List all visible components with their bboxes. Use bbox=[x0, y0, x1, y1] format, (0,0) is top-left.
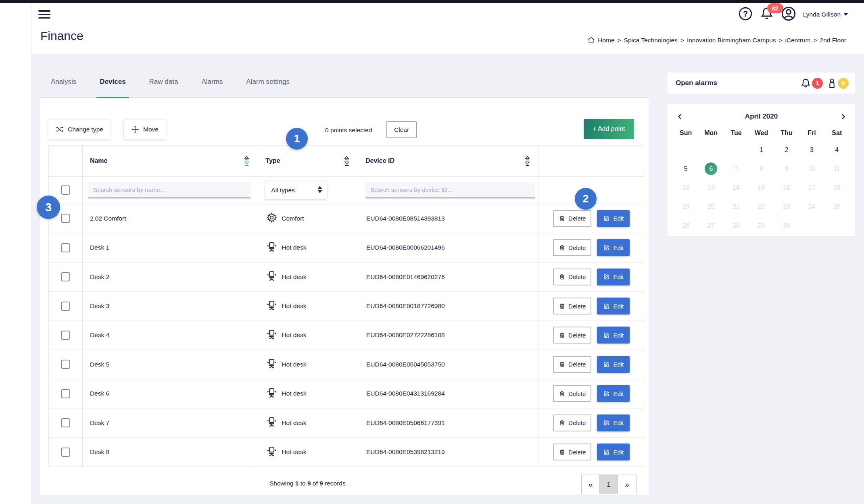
tab-bar: AnalysisDevicesRaw dataAlarmsAlarm setti… bbox=[48, 77, 310, 98]
row-checkbox[interactable] bbox=[61, 331, 70, 340]
row-checkbox[interactable] bbox=[61, 448, 70, 457]
calendar-grid: SunMonTueWedThuFriSat1234567891011121314… bbox=[673, 126, 849, 235]
edit-button[interactable]: Edit bbox=[597, 210, 630, 227]
device-type: Hot desk bbox=[282, 390, 306, 397]
row-checkbox[interactable] bbox=[61, 272, 70, 281]
user-menu[interactable]: Lynda Gillson bbox=[803, 11, 848, 18]
select-all-checkbox[interactable] bbox=[61, 185, 70, 195]
hot-desk-icon bbox=[266, 271, 277, 283]
table-row: Desk 5 Hot desk EUD64-0080E05045053750 D… bbox=[49, 350, 644, 379]
row-checkbox[interactable] bbox=[61, 243, 70, 252]
search-device-id-input[interactable] bbox=[365, 182, 535, 198]
breadcrumb-item[interactable]: Innovation Birmingham Campus bbox=[687, 37, 776, 44]
calendar-day: 12 bbox=[673, 178, 698, 197]
row-checkbox[interactable] bbox=[61, 302, 70, 311]
change-type-button[interactable]: Change type bbox=[48, 120, 111, 139]
calendar-day[interactable]: 4 bbox=[824, 140, 849, 159]
annotation-circle-2: 2 bbox=[575, 188, 597, 210]
sort-toggle[interactable] bbox=[244, 156, 250, 167]
calendar-next-icon[interactable] bbox=[839, 112, 847, 121]
tab-devices[interactable]: Devices bbox=[96, 77, 129, 98]
breadcrumb-item[interactable]: iCentrum bbox=[785, 37, 811, 44]
calendar-day: 25 bbox=[824, 197, 849, 216]
hot-desk-icon bbox=[266, 387, 277, 398]
delete-button[interactable]: Delete bbox=[553, 385, 591, 402]
edit-button[interactable]: Edit bbox=[597, 414, 630, 431]
edit-button[interactable]: Edit bbox=[597, 239, 630, 256]
edit-button[interactable]: Edit bbox=[597, 298, 630, 314]
device-name: Desk 6 bbox=[90, 390, 109, 397]
device-name: 2.02 Comfort bbox=[90, 215, 126, 222]
calendar-day: 19 bbox=[673, 197, 698, 216]
calendar-day[interactable]: 1 bbox=[749, 140, 774, 159]
table-row: Desk 4 Hot desk EUD64-0080E02722286108 D… bbox=[49, 321, 644, 350]
edit-button[interactable]: Edit bbox=[597, 269, 630, 285]
calendar-day[interactable]: 5 bbox=[673, 159, 698, 178]
row-checkbox[interactable] bbox=[61, 214, 70, 223]
notification-count-badge: 82 bbox=[767, 3, 783, 13]
calendar-prev-icon[interactable] bbox=[676, 112, 684, 121]
delete-button[interactable]: Delete bbox=[553, 327, 591, 344]
edit-pencil-icon bbox=[603, 273, 610, 280]
add-point-button[interactable]: + Add point bbox=[584, 119, 634, 139]
sort-toggle[interactable] bbox=[524, 156, 530, 167]
delete-button[interactable]: Delete bbox=[553, 356, 591, 373]
calendar-day-selected[interactable]: 6 bbox=[698, 159, 723, 178]
breadcrumb-item[interactable]: 2nd Floor bbox=[820, 37, 846, 44]
breadcrumb-home[interactable]: Home bbox=[598, 37, 614, 44]
person-alarm-icon[interactable] bbox=[827, 78, 837, 89]
edit-button[interactable]: Edit bbox=[597, 327, 630, 344]
calendar-day[interactable]: 2 bbox=[774, 140, 799, 159]
delete-button[interactable]: Delete bbox=[553, 210, 591, 227]
edit-button[interactable]: Edit bbox=[597, 356, 630, 373]
open-alarms-title: Open alarms bbox=[676, 79, 717, 87]
hot-desk-icon bbox=[266, 417, 277, 429]
pagination: « 1 » bbox=[581, 475, 637, 494]
help-icon[interactable]: ? bbox=[738, 6, 753, 23]
breadcrumb-item[interactable]: Spica Technologies bbox=[624, 37, 678, 44]
trash-icon bbox=[559, 332, 566, 339]
hot-desk-icon bbox=[266, 387, 277, 400]
pagination-page-1[interactable]: 1 bbox=[600, 475, 618, 494]
sort-icon bbox=[244, 156, 250, 167]
move-button[interactable]: Move bbox=[124, 120, 166, 139]
edit-pencil-icon bbox=[603, 303, 610, 310]
edit-button[interactable]: Edit bbox=[597, 385, 630, 402]
delete-button[interactable]: Delete bbox=[553, 269, 591, 285]
calendar-day: 8 bbox=[749, 159, 774, 178]
devices-table: NameTypeDevice ID All types 2.02 Comfort… bbox=[48, 145, 644, 467]
device-type: Comfort bbox=[282, 215, 304, 222]
row-checkbox[interactable] bbox=[61, 418, 70, 427]
search-name-input[interactable] bbox=[88, 182, 250, 198]
move-label: Move bbox=[143, 126, 159, 133]
alarm-bell-icon[interactable] bbox=[800, 78, 811, 89]
delete-button[interactable]: Delete bbox=[553, 298, 591, 314]
person-count-badge: 0 bbox=[838, 78, 849, 89]
pagination-prev-button[interactable]: « bbox=[582, 475, 600, 494]
notifications-bell-icon[interactable]: 82 bbox=[760, 6, 774, 23]
pagination-next-button[interactable]: » bbox=[618, 475, 636, 494]
clear-selection-button[interactable]: Clear bbox=[386, 121, 417, 138]
type-filter-select[interactable]: All types bbox=[265, 181, 327, 199]
delete-button[interactable]: Delete bbox=[553, 239, 591, 256]
calendar-day: 15 bbox=[749, 178, 774, 197]
tab-alarms[interactable]: Alarms bbox=[198, 77, 226, 98]
trash-icon bbox=[559, 449, 566, 456]
menu-hamburger-icon[interactable] bbox=[38, 10, 50, 19]
hot-desk-icon bbox=[266, 446, 277, 458]
calendar-day[interactable]: 3 bbox=[799, 140, 824, 159]
sort-toggle[interactable] bbox=[344, 156, 350, 167]
device-id: EUD64-0080E00066201496 bbox=[366, 244, 445, 251]
edit-button[interactable]: Edit bbox=[597, 444, 630, 460]
row-checkbox[interactable] bbox=[61, 389, 70, 398]
tab-raw-data[interactable]: Raw data bbox=[146, 77, 182, 98]
calendar-day-header: Tue bbox=[724, 126, 749, 140]
tab-analysis[interactable]: Analysis bbox=[48, 77, 79, 98]
tab-alarm-settings[interactable]: Alarm settings bbox=[243, 77, 293, 98]
delete-button[interactable]: Delete bbox=[553, 414, 591, 431]
device-name: Desk 1 bbox=[90, 244, 109, 251]
breadcrumb-separator: > bbox=[680, 37, 684, 44]
delete-button[interactable]: Delete bbox=[553, 444, 591, 460]
column-label: Device ID bbox=[365, 157, 394, 165]
row-checkbox[interactable] bbox=[61, 360, 70, 369]
